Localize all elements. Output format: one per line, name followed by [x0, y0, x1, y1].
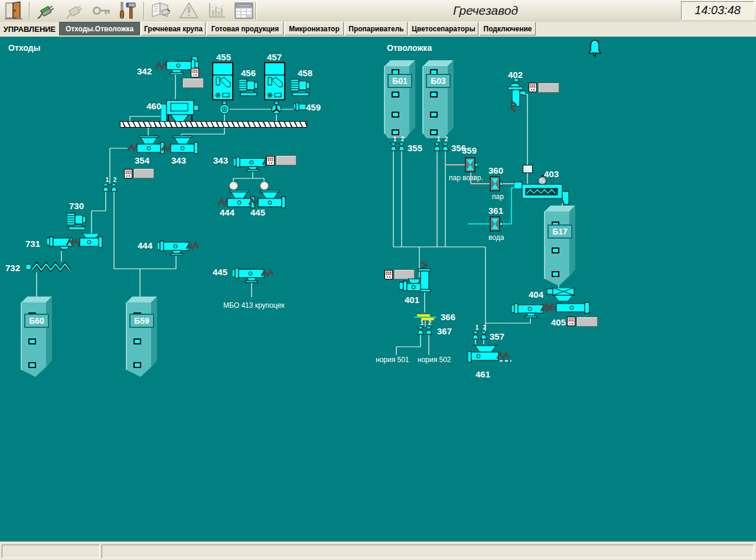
- tab-mikronizator[interactable]: Микронизатор: [285, 22, 344, 35]
- fan-730[interactable]: [67, 211, 87, 235]
- valve-port-numbers: 12: [473, 325, 488, 331]
- indicator-panel-402[interactable]: [529, 83, 537, 95]
- bin-b59[interactable]: [125, 295, 159, 380]
- mimic-area: [0, 37, 756, 541]
- fan-458[interactable]: [291, 77, 311, 100]
- status-bar: [0, 541, 756, 560]
- label-342: 342: [137, 67, 152, 76]
- toolbar-separator: [255, 2, 256, 19]
- bin-b03[interactable]: [421, 59, 455, 143]
- motor-459[interactable]: [294, 101, 307, 114]
- label-water: вода: [488, 234, 504, 241]
- tab-cvetoseparatory[interactable]: Цветосепараторы: [409, 22, 478, 35]
- label-mbo-413: МБО 413 крупоцех: [223, 302, 285, 309]
- indicator-panel-waste[interactable]: [124, 169, 132, 181]
- filter-cabinet-457[interactable]: [264, 62, 285, 103]
- connect-inactive-button[interactable]: [61, 1, 87, 21]
- indicator-panel-405[interactable]: [567, 317, 575, 328]
- journal-button[interactable]: [148, 1, 174, 21]
- value-display-405[interactable]: [576, 317, 598, 327]
- trends-button[interactable]: [204, 1, 230, 21]
- label-366: 366: [441, 312, 455, 321]
- label-404: 404: [529, 290, 543, 299]
- label-459: 459: [306, 103, 321, 112]
- filter-cabinet-455[interactable]: [212, 62, 233, 103]
- vertical-auger-402[interactable]: [507, 79, 526, 118]
- connect-active-button[interactable]: [33, 1, 59, 21]
- label-355: 355: [408, 144, 422, 152]
- tab-bar: УПРАВЛЕНИЕ Отходы.Отволожка Гречневая кр…: [0, 22, 756, 37]
- label-343b: 343: [213, 156, 228, 165]
- alarm-bell-icon[interactable]: [586, 39, 603, 59]
- label-458: 458: [298, 69, 312, 77]
- toolbar-separator: [29, 2, 30, 19]
- bin-b60[interactable]: [19, 295, 54, 380]
- exit-button[interactable]: [1, 1, 27, 21]
- label-444a: 444: [220, 208, 234, 217]
- screw-conveyor-731[interactable]: [47, 233, 103, 253]
- water-valve-361[interactable]: [490, 216, 503, 234]
- tools-button[interactable]: [115, 1, 141, 21]
- value-display-waste[interactable]: [133, 168, 154, 178]
- label-noria-502: нория 502: [418, 356, 451, 363]
- value-display-402[interactable]: [538, 83, 559, 93]
- label-402: 402: [508, 70, 523, 79]
- two-way-valve-355[interactable]: [390, 143, 406, 154]
- two-way-valve-356[interactable]: [434, 143, 449, 154]
- alarms-button[interactable]: [176, 1, 202, 21]
- steam-return-valve-359[interactable]: [465, 157, 478, 175]
- bin-b01[interactable]: [383, 59, 417, 143]
- screw-conveyor-444b[interactable]: [157, 237, 198, 258]
- label-457: 457: [267, 53, 282, 61]
- label-354: 354: [135, 156, 149, 165]
- screw-conveyor-404[interactable]: [511, 299, 553, 321]
- label-steam: пар: [492, 193, 504, 200]
- label-456: 456: [241, 69, 256, 77]
- toolbar-separator: [144, 2, 145, 19]
- indicator-panel-343b[interactable]: [266, 156, 275, 168]
- open-auger-732[interactable]: [25, 262, 71, 275]
- label-359: 359: [462, 146, 477, 155]
- menu-upravlenie[interactable]: УПРАВЛЕНИЕ: [0, 22, 59, 37]
- app-title: Гречезавод: [453, 4, 518, 18]
- airlock-457[interactable]: [271, 102, 282, 117]
- label-noria-501: нория 501: [376, 356, 409, 363]
- label-444b: 444: [138, 241, 152, 250]
- label-460: 460: [146, 102, 161, 110]
- screw-conveyor-461[interactable]: [468, 344, 509, 370]
- tab-podklyuchenie[interactable]: Подключение: [480, 22, 536, 35]
- chain-conveyor[interactable]: [120, 121, 307, 128]
- indicator-panel-401[interactable]: [384, 270, 393, 282]
- valve-port-numbers: 12: [103, 177, 119, 183]
- label-455: 455: [216, 53, 231, 61]
- airlock-455[interactable]: [219, 102, 230, 117]
- screw-conveyor-401[interactable]: [399, 261, 436, 298]
- label-461: 461: [475, 370, 490, 379]
- fan-456[interactable]: [239, 77, 259, 100]
- valve-indicator-445[interactable]: [260, 181, 269, 190]
- label-445b: 445: [213, 268, 227, 276]
- label-730: 730: [69, 201, 84, 210]
- valve-indicator-444[interactable]: [229, 181, 238, 190]
- label-343: 343: [171, 156, 186, 165]
- moistener-403[interactable]: [514, 175, 570, 208]
- bin-b17[interactable]: [543, 204, 577, 289]
- label-731: 731: [25, 239, 40, 248]
- tab-gotovaya-produkciya[interactable]: Готовая продукция: [207, 22, 284, 35]
- value-display-342[interactable]: [183, 78, 204, 88]
- two-way-valve-357[interactable]: [472, 331, 488, 342]
- toolbar: Гречезавод 14:03:48: [0, 0, 756, 22]
- steam-valve-360[interactable]: [490, 176, 503, 194]
- tab-grechnevaya-krupa[interactable]: Гречневая крупа: [141, 22, 206, 35]
- tab-proparivatel[interactable]: Пропариватель: [345, 22, 408, 35]
- screw-conveyor-445b[interactable]: [232, 264, 273, 285]
- value-display-343b[interactable]: [276, 155, 296, 165]
- tab-otkhody-otvolozhka[interactable]: Отходы.Отволожка: [59, 22, 140, 35]
- two-way-valve-367[interactable]: [418, 327, 433, 337]
- two-way-valve-waste[interactable]: [103, 184, 118, 194]
- screw-conveyor-343[interactable]: [160, 135, 199, 158]
- section-title-otkhody: Отходы: [8, 44, 40, 52]
- key-button[interactable]: [89, 1, 115, 21]
- control-panel-button[interactable]: [231, 1, 257, 21]
- status-panel-left: [2, 545, 100, 558]
